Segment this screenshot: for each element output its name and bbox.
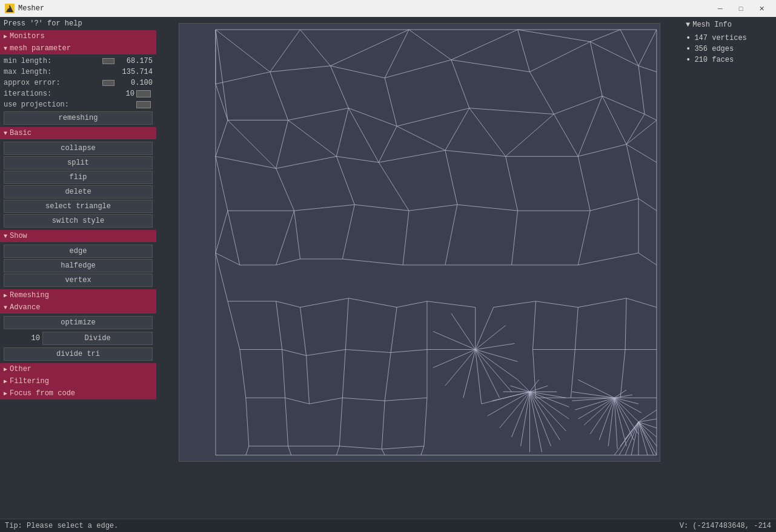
edges-bullet: • <box>686 45 691 53</box>
titlebar: Mesher ─ □ ✕ <box>0 0 776 17</box>
mesh-svg <box>179 24 660 461</box>
filtering-arrow: ▶ <box>4 378 7 385</box>
basic-label: Basic <box>10 129 32 137</box>
filtering-label: Filtering <box>10 377 49 386</box>
faces-info: • 210 faces <box>686 54 772 65</box>
other-arrow: ▶ <box>4 366 7 373</box>
app-title: Mesher <box>18 4 44 13</box>
delete-button[interactable]: delete <box>4 185 153 199</box>
app-icon <box>5 4 15 13</box>
approx-error-slider[interactable] <box>102 80 114 86</box>
mesh-parameter-label: mesh parameter <box>10 44 71 53</box>
monitors-label: Monitors <box>10 32 45 41</box>
basic-header[interactable]: ▼ Basic <box>0 127 156 139</box>
mesh-info-arrow: ▼ <box>686 21 690 29</box>
show-header[interactable]: ▼ Show <box>0 230 156 242</box>
remeshing-label: Remeshing <box>10 291 49 300</box>
focus-from-code-label: Focus from code <box>10 389 75 398</box>
max-length-row: max length: 135.714 <box>0 67 156 77</box>
max-length-value: 135.714 <box>116 68 153 76</box>
faces-bullet: • <box>686 56 691 64</box>
show-arrow: ▼ <box>4 233 7 240</box>
mesh-info-title: Mesh Info <box>692 21 732 29</box>
flip-button[interactable]: flip <box>4 171 153 184</box>
monitors-header[interactable]: ▶ Monitors <box>0 30 156 42</box>
monitors-arrow: ▶ <box>4 33 7 40</box>
minimize-button[interactable]: ─ <box>711 2 730 15</box>
split-button[interactable]: split <box>4 156 153 169</box>
tip-text: Tip: Please select a edge. <box>5 522 118 530</box>
filtering-header[interactable]: ▶ Filtering <box>0 375 156 387</box>
titlebar-left: Mesher <box>5 4 44 13</box>
faces-value: 210 faces <box>694 56 734 64</box>
select-triangle-button[interactable]: select triangle <box>4 200 153 213</box>
remeshing-header[interactable]: ▶ Remeshing <box>0 289 156 301</box>
advance-content: optimize 10 Divide divide tri <box>0 314 156 363</box>
focus-from-code-header[interactable]: ▶ Focus from code <box>0 387 156 399</box>
mesh-parameter-header[interactable]: ▼ mesh parameter <box>0 42 156 54</box>
iterations-toggle[interactable] <box>136 90 151 97</box>
approx-error-row: approx error: 0.100 <box>0 77 156 88</box>
divide-value: 10 <box>4 334 40 343</box>
remeshing-arrow: ▶ <box>4 292 7 299</box>
approx-error-value: 0.100 <box>116 79 153 87</box>
edges-info: • 356 edges <box>686 44 772 54</box>
min-length-row: min length: 68.175 <box>0 56 156 67</box>
vertices-info: • 147 vertices <box>686 33 772 44</box>
iterations-row: iterations: 10 <box>0 88 156 99</box>
main: Press '?' for help ▶ Monitors ▼ mesh par… <box>0 17 776 519</box>
mesh-canvas[interactable] <box>179 23 660 462</box>
optimize-button[interactable]: optimize <box>4 316 153 329</box>
help-text: Press '?' for help <box>0 17 156 30</box>
min-length-slider[interactable] <box>102 58 114 64</box>
basic-content: collapse split flip delete select triang… <box>0 139 156 230</box>
divide-row: 10 Divide <box>0 330 156 346</box>
vertices-value: 147 vertices <box>694 34 746 42</box>
show-label: Show <box>10 232 27 240</box>
use-projection-row: use projection: <box>0 99 156 110</box>
other-label: Other <box>10 365 32 373</box>
advance-header[interactable]: ▼ Advance <box>0 301 156 314</box>
divide-button[interactable]: Divide <box>42 332 153 345</box>
other-header[interactable]: ▶ Other <box>0 363 156 375</box>
advance-arrow: ▼ <box>4 304 7 311</box>
advance-label: Advance <box>10 303 40 312</box>
mesh-parameter-content: min length: 68.175 max length: 135.714 a… <box>0 54 156 127</box>
iterations-label: iterations: <box>4 90 98 98</box>
close-button[interactable]: ✕ <box>752 2 771 15</box>
iterations-value: 10 <box>98 90 134 98</box>
use-projection-toggle[interactable] <box>136 101 151 108</box>
basic-arrow: ▼ <box>4 130 7 137</box>
svg-rect-3 <box>179 24 660 461</box>
switch-style-button[interactable]: switch style <box>4 214 153 228</box>
max-length-label: max length: <box>4 68 116 76</box>
vertex-button[interactable]: vertex <box>4 274 153 287</box>
canvas-area[interactable] <box>156 17 682 519</box>
vertices-bullet: • <box>686 34 691 42</box>
maximize-button[interactable]: □ <box>731 2 751 15</box>
use-projection-label: use projection: <box>4 100 134 109</box>
coord-text: V: (-2147483648, -214 <box>680 522 771 530</box>
mesh-parameter-arrow: ▼ <box>4 45 7 52</box>
edges-value: 356 edges <box>694 45 734 53</box>
remeshing-button[interactable]: remeshing <box>4 111 153 125</box>
bottom-bar: Tip: Please select a edge. V: (-21474836… <box>0 519 776 532</box>
left-panel: Press '?' for help ▶ Monitors ▼ mesh par… <box>0 17 156 519</box>
halfedge-button[interactable]: halfedge <box>4 259 153 272</box>
min-length-label: min length: <box>4 57 101 65</box>
mesh-info-header: ▼ Mesh Info <box>686 21 772 29</box>
show-content: edge halfedge vertex <box>0 242 156 289</box>
edge-button[interactable]: edge <box>4 245 153 258</box>
titlebar-controls: ─ □ ✕ <box>711 2 771 15</box>
divide-tri-button[interactable]: divide tri <box>4 347 153 361</box>
collapse-button[interactable]: collapse <box>4 142 153 155</box>
approx-error-label: approx error: <box>4 79 101 87</box>
min-length-value: 68.175 <box>116 57 153 65</box>
right-panel: ▼ Mesh Info • 147 vertices • 356 edges •… <box>682 17 776 519</box>
focus-from-code-arrow: ▶ <box>4 390 7 397</box>
